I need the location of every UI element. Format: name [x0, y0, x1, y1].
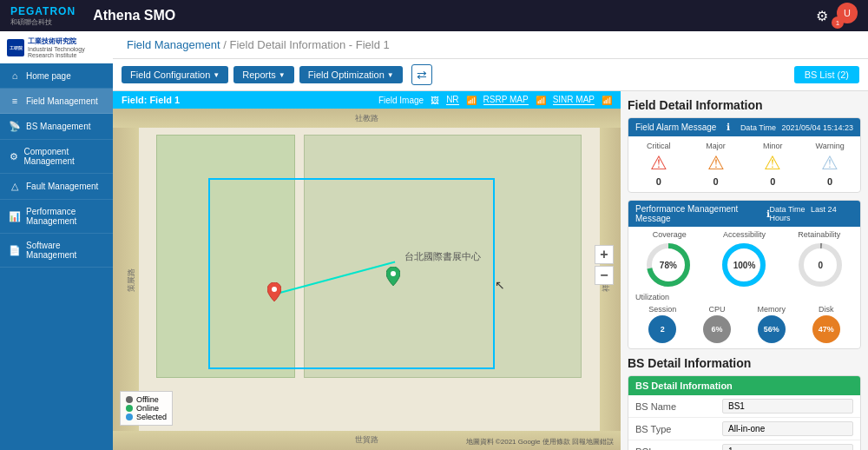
field-config-button[interactable]: Field Configuration ▼ — [122, 66, 228, 83]
sidebar-label-performance: Performance Management — [26, 207, 104, 226]
rsrp-label[interactable]: RSRP MAP — [483, 95, 529, 105]
bs-detail-card: BS Detail Information BS Name BS Type — [628, 375, 861, 450]
alarm-critical-label: Critical — [647, 142, 671, 150]
util-cpu-label: CPU — [708, 305, 725, 314]
legend-offline-dot — [126, 396, 133, 403]
util-cpu-value: 6% — [703, 315, 731, 343]
sidebar-item-field[interactable]: ≡ Field Management — [0, 89, 113, 114]
bs-list-button[interactable]: BS List (2) — [794, 66, 859, 83]
bs-row-type: BS Type — [628, 418, 860, 440]
sidebar-item-bs[interactable]: 📡 BS Management — [0, 114, 113, 140]
field-opt-button[interactable]: Field Optimization ▼ — [299, 66, 403, 83]
alarm-warning-count: 0 — [827, 176, 832, 187]
zoom-out-button[interactable]: − — [595, 266, 614, 285]
perf-data-time-label: Data Time — [770, 205, 806, 214]
perf-circles-row: 78% 100% — [628, 239, 860, 291]
map-container[interactable]: 策展路 祥祖路 社教路 世貿路 台北國際書展中心 — [113, 109, 621, 450]
sidebar-item-component[interactable]: ⚙ Component Management — [0, 140, 113, 174]
institute-name: 工業技術研究院 — [28, 36, 85, 46]
institute-text: 工業技術研究院 Industrial Technology Research I… — [28, 36, 85, 58]
legend-online-label: Online — [136, 404, 159, 413]
alarm-critical: Critical ⚠ 0 — [632, 142, 686, 187]
institute-logo: 工研院 — [7, 39, 24, 56]
home-icon: ⌂ — [9, 70, 21, 81]
alarm-warning: Warning ⚠ 0 — [803, 142, 857, 187]
sidebar-item-software[interactable]: 📄 Software Management — [0, 234, 113, 268]
alarm-warning-icon: ⚠ — [821, 152, 838, 175]
bs-icon: 📡 — [9, 121, 21, 132]
perf-label-accessibility: Accessibility — [707, 230, 781, 239]
software-icon: 📄 — [9, 245, 21, 256]
legend-offline: Offline — [126, 395, 167, 404]
notification-area[interactable]: U 1 — [837, 3, 858, 29]
sidebar-item-fault[interactable]: △ Fault Management — [0, 174, 113, 200]
perf-data-time: Data Time Last 24 Hours — [770, 205, 853, 222]
marker-green[interactable] — [386, 267, 400, 289]
sidebar-label-bs: BS Management — [26, 122, 91, 131]
nr-label[interactable]: NR — [446, 95, 458, 105]
legend-offline-label: Offline — [136, 395, 159, 404]
zoom-in-button[interactable]: + — [595, 245, 614, 264]
header: PEGATRON 和碩聯合科技 Athena SMO ⚙ U 1 — [0, 0, 868, 31]
breadcrumb: Field Management / Field Detail Informat… — [113, 31, 868, 59]
marker-red[interactable] — [267, 282, 281, 305]
bs-name-value — [722, 399, 853, 414]
alarm-minor: Minor ⚠ 0 — [746, 142, 800, 187]
alarm-critical-count: 0 — [656, 176, 661, 187]
panel-title: Field Detail Information — [628, 98, 861, 112]
sidebar-item-home[interactable]: ⌂ Home page — [0, 63, 113, 89]
util-memory-label: Memory — [758, 305, 786, 314]
sidebar-label-field: Field Management — [26, 96, 98, 106]
breadcrumb-suffix: - Field 1 — [349, 38, 390, 51]
content-area: Field Management / Field Detail Informat… — [113, 31, 868, 450]
institute-sub1: Industrial Technology — [28, 46, 85, 52]
alarm-grid: Critical ⚠ 0 Major ⚠ 0 Minor ⚠ 0 — [628, 136, 860, 192]
coverage-gauge: 78% — [646, 242, 691, 288]
bs-name-input[interactable] — [722, 399, 853, 414]
bs-card-header: BS Detail Information — [628, 376, 860, 395]
reports-button[interactable]: Reports ▼ — [233, 66, 293, 83]
legend-online-dot — [126, 405, 133, 412]
bs-type-input[interactable] — [722, 421, 853, 436]
sidebar-label-component: Component Management — [23, 147, 104, 166]
sinr-icon: 📶 — [602, 96, 612, 105]
field-icon: ≡ — [9, 96, 21, 106]
retainability-value: 0 — [818, 261, 823, 270]
header-actions: ⚙ U 1 — [816, 3, 858, 29]
utilization-section: Utilization Session 2 CPU 6% Mem — [628, 291, 860, 348]
util-memory-value: 56% — [758, 315, 786, 343]
reports-label: Reports — [242, 69, 276, 80]
breadcrumb-separator: / — [223, 38, 229, 51]
alarm-data-time-value: 2021/05/04 15:14:23 — [781, 123, 853, 132]
legend-selected-dot — [126, 414, 133, 420]
alarm-card-header: Field Alarm Message ℹ Data Time 2021/05/… — [628, 118, 860, 136]
utilization-cols: Session 2 CPU 6% Memory 56% — [635, 305, 853, 343]
bs-type-label: BS Type — [635, 424, 722, 434]
svg-point-0 — [272, 287, 277, 292]
perf-label-retainability: Retainability — [782, 230, 857, 239]
right-panel: Field Detail Information Field Alarm Mes… — [621, 91, 868, 450]
gear-icon[interactable]: ⚙ — [816, 8, 828, 24]
breadcrumb-parent: Field Management — [127, 38, 220, 51]
sinr-label[interactable]: SINR MAP — [553, 95, 595, 105]
perf-card: Performance Management Message ℹ Data Ti… — [628, 200, 861, 349]
field-opt-label: Field Optimization — [308, 69, 385, 80]
map-bg: 策展路 祥祖路 社教路 世貿路 台北國際書展中心 — [113, 109, 621, 450]
sidebar-item-performance[interactable]: 📊 Performance Management — [0, 200, 113, 234]
logo-text: PEGATRON — [10, 5, 76, 17]
main-layout: 工研院 工業技術研究院 Industrial Technology Resear… — [0, 31, 868, 450]
alarm-minor-icon: ⚠ — [764, 152, 781, 175]
field-label-right: Field Image 🖼 NR 📶 RSRP MAP 📶 SINR MAP 📶 — [378, 95, 612, 105]
sidebar-label-fault: Fault Management — [26, 182, 98, 191]
field-config-arrow: ▼ — [213, 71, 220, 79]
avatar-initials: U — [844, 8, 851, 18]
component-icon: ⚙ — [9, 151, 18, 162]
legend-online: Online — [126, 404, 167, 413]
alarm-minor-count: 0 — [770, 176, 775, 187]
alarm-minor-label: Minor — [763, 142, 783, 150]
bs-pci-input[interactable] — [722, 444, 853, 450]
util-disk-label: Disk — [819, 305, 834, 314]
field-config-label: Field Configuration — [130, 69, 210, 80]
transfer-icon[interactable]: ⇄ — [411, 64, 432, 85]
alarm-data-time: Data Time 2021/05/04 15:14:23 — [740, 123, 853, 132]
